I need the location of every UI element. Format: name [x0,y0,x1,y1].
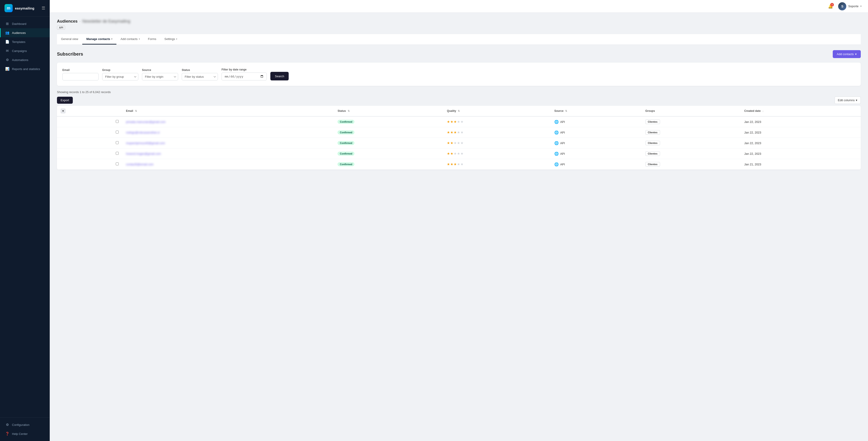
chevron-down-icon: ▾ [176,38,177,40]
row-checkbox-cell [112,149,122,159]
logo-text: easymailing [15,6,34,10]
tab-settings[interactable]: Settings ▾ [160,34,181,44]
star-filled: ★ [450,152,453,156]
th-status[interactable]: Status ⇅ [334,106,443,116]
user-menu[interactable]: S Soporte ▾ [838,2,862,10]
records-info: Showing records 1 to 25 of 6,042 records [57,90,111,94]
row-email[interactable]: privada.manucian@gmail.com [122,116,334,127]
row-checkbox[interactable] [116,120,119,123]
sort-icon: ⇅ [458,109,460,112]
star-empty: ★ [460,120,463,124]
row-email[interactable]: howord.hogan@gmail.com [122,149,334,159]
sidebar-item-reports[interactable]: 📊 Reports and statistics [0,64,50,73]
edit-columns-button[interactable]: Edit columns ▾ [835,96,861,104]
group-filter-group: Group Filter by group [102,68,138,81]
star-filled: ★ [454,130,457,134]
row-select-dropdown[interactable]: ▾ [61,108,66,114]
sidebar-item-label: Templates [12,40,25,43]
templates-icon: 📄 [5,40,9,44]
star-empty: ★ [457,141,460,145]
tab-add-contacts[interactable]: Add contacts ▾ [116,34,144,44]
th-created-date[interactable]: Created date ↓ [741,106,861,116]
table-row: contact5@email.comConfirmed★★★★★🌐APIClie… [57,159,861,170]
email-filter-group: Email [62,68,98,81]
row-group: Clientes [642,138,741,149]
th-email[interactable]: Email ⇅ [122,106,334,116]
audiences-icon: 👥 [5,31,9,35]
notification-bell[interactable]: 🔔 5 [827,2,835,10]
source-label: API [560,163,565,166]
tab-general-view[interactable]: General view [57,34,82,44]
row-checkbox[interactable] [116,152,119,155]
sidebar-item-configuration[interactable]: ⚙ Configuration [0,420,50,429]
row-email[interactable]: rodrigo@robcasanother.cl [122,127,334,138]
page-content: Audiences · Newsletter de Easymailing AP… [50,13,868,441]
row-checkbox[interactable] [116,141,119,144]
tab-forms[interactable]: Forms [144,34,160,44]
tab-manage-contacts[interactable]: Manage contacts ▾ [82,34,116,44]
search-button[interactable]: Search [270,72,289,81]
sidebar-item-campaigns[interactable]: ✉ Campaigns [0,46,50,55]
row-group: Clientes [642,127,741,138]
source-label: API [560,152,565,155]
chevron-down-icon: ▾ [860,5,862,8]
add-contacts-button[interactable]: Add contacts ▾ [833,50,861,58]
star-empty: ★ [457,130,460,134]
sidebar-bottom: ⚙ Configuration ❓ Help Center [0,417,50,441]
row-created-date: Jan 22, 2023 [741,138,861,149]
th-quality[interactable]: Quality ⇅ [443,106,551,116]
sidebar-item-help[interactable]: ❓ Help Center [0,429,50,438]
user-name: Soporte [848,4,859,8]
email-input[interactable] [62,73,98,81]
star-empty: ★ [457,152,460,156]
sidebar-item-automations[interactable]: ⚙ Automations [0,55,50,64]
campaigns-icon: ✉ [5,49,9,53]
sidebar-item-label: Help Center [12,432,28,436]
sidebar-item-label: Audiences [12,31,26,35]
filter-row: Email Group Filter by group Source Filte… [62,68,855,81]
date-input[interactable] [221,72,267,81]
sidebar-item-label: Campaigns [12,49,27,53]
sidebar-item-label: Configuration [12,423,29,427]
star-filled: ★ [447,162,450,166]
tabs-bar: General view Manage contacts ▾ Add conta… [57,34,861,45]
row-quality: ★★★★★ [443,149,551,159]
sidebar-logo: m easymailing ☰ [0,0,50,17]
api-badge: API [57,26,65,30]
sort-icon: ⇅ [565,109,567,112]
row-email[interactable]: contact5@email.com [122,159,334,170]
row-checkbox-cell [112,127,122,138]
status-select[interactable]: Filter by status [182,73,218,81]
email-label: Email [62,68,98,72]
row-created-date: Jan 22, 2023 [741,149,861,159]
hamburger-icon[interactable]: ☰ [41,6,45,11]
row-source: 🌐API [551,127,642,138]
sidebar-item-audiences[interactable]: 👥 Audiences [0,28,50,37]
chevron-down-icon: ▾ [856,98,857,102]
row-created-date: Jan 22, 2023 [741,127,861,138]
row-checkbox[interactable] [116,162,119,165]
th-source[interactable]: Source ⇅ [551,106,642,116]
status-filter-group: Status Filter by status [182,68,218,81]
group-select[interactable]: Filter by group [102,73,138,81]
sidebar-item-dashboard[interactable]: ⊞ Dashboard [0,19,50,28]
sidebar-item-templates[interactable]: 📄 Templates [0,37,50,46]
row-email[interactable]: mupanripmous40@gmail.com [122,138,334,149]
row-dropdown-cell [57,138,112,149]
row-dropdown-cell [57,159,112,170]
star-empty: ★ [460,141,463,145]
row-source: 🌐API [551,138,642,149]
source-label: API [560,120,565,124]
row-group: Clientes [642,116,741,127]
row-checkbox[interactable] [116,131,119,133]
export-button[interactable]: Export [57,97,73,104]
source-select[interactable]: Filter by origin [142,73,178,81]
main-area: 🔔 5 S Soporte ▾ Audiences · Newsletter d… [50,0,868,441]
sort-icon: ⇅ [135,109,137,112]
row-created-date: Jan 21, 2023 [741,159,861,170]
api-icon: 🌐 [554,141,559,145]
api-icon: 🌐 [554,152,559,156]
sort-icon: ⇅ [348,109,350,112]
source-filter-group: Source Filter by origin [142,68,178,81]
chevron-down-icon: ▾ [111,38,112,40]
